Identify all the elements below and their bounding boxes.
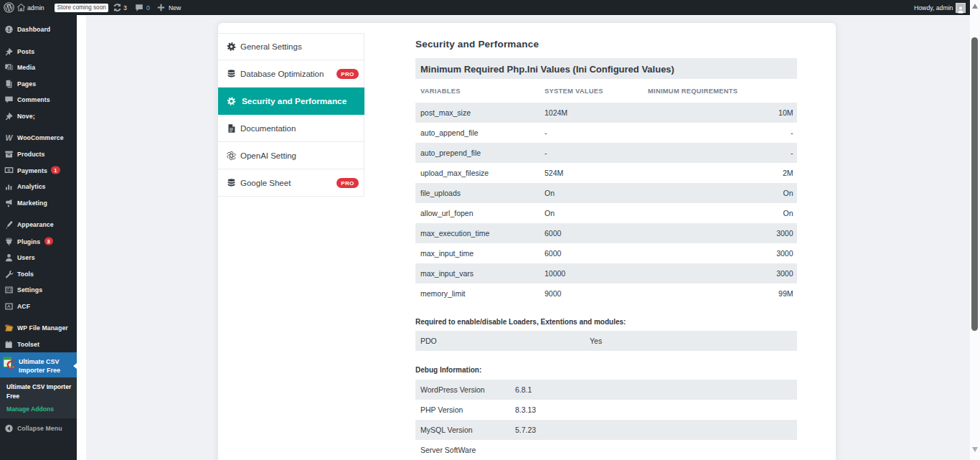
svg-text:W: W (6, 134, 14, 142)
